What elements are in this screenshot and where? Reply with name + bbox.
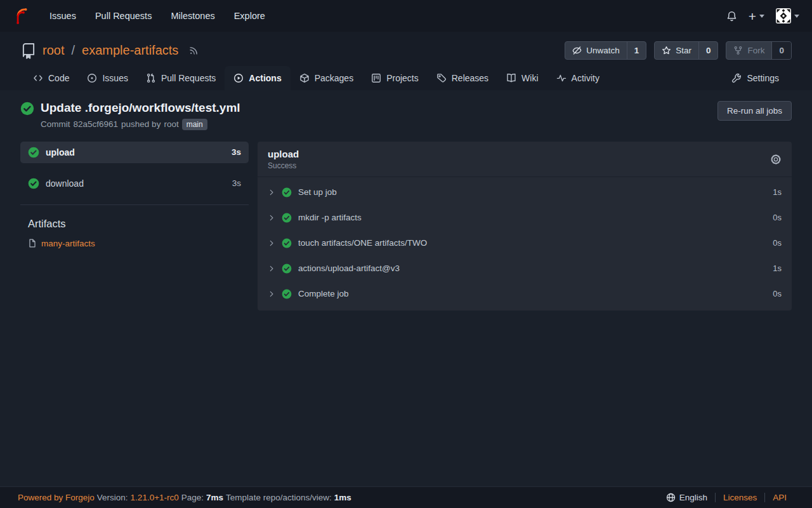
template-time: 1ms (334, 493, 351, 502)
job-item-download[interactable]: download 3s (20, 173, 249, 194)
tab-issues[interactable]: Issues (78, 66, 136, 90)
api-link[interactable]: API (764, 493, 794, 502)
tab-packages[interactable]: Packages (291, 66, 362, 90)
artifact-link[interactable]: many-artifacts (41, 239, 95, 248)
step-duration: 0s (773, 289, 782, 298)
repo-name-link[interactable]: example-artifacts (82, 43, 178, 58)
step-name: Set up job (298, 187, 337, 197)
check-circle-icon (28, 147, 39, 158)
package-icon (299, 73, 310, 83)
job-detail-status: Success (268, 161, 299, 170)
book-open-icon (506, 73, 516, 83)
repo-tabs: Code Issues Pull Requests Actions Packag… (20, 66, 792, 90)
steps-list: Set up job 1s mkdir -p artifacts 0s (258, 177, 792, 311)
step-duration: 0s (773, 238, 782, 248)
footer: Powered by Forgejo Version: 1.21.0+1-rc0… (0, 486, 812, 508)
job-item-upload[interactable]: upload 3s (20, 142, 249, 163)
globe-icon (666, 493, 676, 502)
commit-sha-link[interactable]: 82a5cf6961 (74, 119, 119, 129)
tab-activity[interactable]: Activity (547, 66, 608, 90)
branch-badge[interactable]: main (182, 119, 207, 130)
check-circle-icon (28, 178, 39, 189)
job-detail-panel: upload Success (258, 142, 792, 311)
artifact-item[interactable]: many-artifacts (20, 239, 249, 248)
language-selector[interactable]: English (658, 493, 715, 502)
repo-title: root / example-artifacts (20, 43, 199, 59)
bell-icon[interactable] (726, 11, 737, 22)
tab-actions[interactable]: Actions (225, 66, 290, 90)
job-duration: 3s (232, 147, 241, 157)
nav-link-milestones[interactable]: Milestones (161, 6, 224, 26)
tab-projects[interactable]: Projects (362, 66, 428, 90)
star-count[interactable]: 0 (698, 42, 718, 59)
tab-pull-requests[interactable]: Pull Requests (137, 66, 225, 90)
actions-run-page: Update .forgejo/workflows/test.yml Commi… (0, 90, 812, 486)
top-navbar: Issues Pull Requests Milestones Explore … (0, 0, 812, 32)
nav-link-explore[interactable]: Explore (225, 6, 275, 26)
step-name: Complete job (298, 289, 349, 298)
code-icon (33, 73, 43, 83)
user-menu[interactable] (776, 8, 799, 23)
watch-count[interactable]: 1 (627, 42, 646, 59)
tag-icon (436, 73, 447, 83)
step-row-setup[interactable]: Set up job 1s (258, 180, 792, 205)
project-board-icon (371, 73, 381, 83)
check-circle-icon (282, 264, 292, 274)
chevron-down-icon (759, 15, 764, 18)
forgejo-logo-icon[interactable] (13, 8, 30, 25)
job-name: upload (46, 147, 75, 157)
run-status-success-icon (20, 102, 34, 130)
jobs-sidebar: upload 3s download 3s Artifacts (20, 142, 249, 311)
repo-book-icon (20, 43, 37, 59)
page-label: Page: (181, 493, 204, 502)
tab-wiki[interactable]: Wiki (497, 66, 547, 90)
create-new-button[interactable]: + (749, 10, 764, 23)
unwatch-button[interactable]: Unwatch 1 (565, 41, 646, 60)
repo-owner-link[interactable]: root (43, 43, 64, 58)
nav-link-pull-requests[interactable]: Pull Requests (86, 6, 161, 26)
step-duration: 1s (773, 187, 782, 197)
unwatch-label: Unwatch (586, 46, 620, 55)
pull-request-icon (146, 73, 156, 83)
run-title: Update .forgejo/workflows/test.yml (41, 101, 240, 116)
fork-count[interactable]: 0 (771, 42, 791, 59)
step-row-touch[interactable]: touch artifacts/ONE artifacts/TWO 0s (258, 231, 792, 256)
licenses-link[interactable]: Licenses (715, 493, 764, 502)
artifacts-heading: Artifacts (20, 218, 249, 230)
play-circle-icon (233, 73, 244, 83)
tab-releases[interactable]: Releases (428, 66, 497, 90)
powered-by-link[interactable]: Powered by Forgejo (18, 493, 95, 502)
nav-link-issues[interactable]: Issues (40, 6, 86, 26)
page-time: 7ms (206, 493, 223, 502)
step-row-complete[interactable]: Complete job 0s (258, 281, 792, 307)
document-icon (28, 239, 37, 248)
tools-icon (731, 73, 742, 83)
fork-button[interactable]: Fork 0 (726, 41, 792, 60)
tab-code[interactable]: Code (24, 66, 78, 90)
rerun-all-jobs-button[interactable]: Re-run all jobs (717, 101, 792, 121)
chevron-right-icon (268, 214, 275, 222)
repo-header: root / example-artifacts (0, 32, 812, 90)
step-row-upload-artifact[interactable]: actions/upload-artifact@v3 1s (258, 256, 792, 281)
star-button[interactable]: Star 0 (654, 41, 718, 60)
template-label: Template repo/actions/view: (226, 493, 332, 502)
star-icon (662, 46, 671, 55)
version-label: Version: (97, 493, 128, 502)
pulse-icon (556, 73, 566, 83)
step-row-mkdir[interactable]: mkdir -p artifacts 0s (258, 205, 792, 231)
sidebar-divider (20, 204, 249, 205)
pusher-link[interactable]: root (164, 119, 178, 129)
rss-icon[interactable] (189, 46, 199, 55)
issue-circle-icon (87, 73, 97, 83)
job-name: download (46, 178, 84, 189)
gear-icon[interactable] (770, 154, 782, 165)
version-link[interactable]: 1.21.0+1-rc0 (131, 493, 179, 502)
chevron-right-icon (268, 290, 275, 298)
tab-settings[interactable]: Settings (723, 66, 788, 90)
step-duration: 1s (773, 264, 782, 273)
git-fork-icon (733, 46, 743, 55)
chevron-right-icon (268, 265, 275, 272)
step-name: mkdir -p artifacts (298, 213, 362, 222)
job-duration: 3s (232, 178, 241, 188)
fork-label: Fork (747, 46, 764, 55)
